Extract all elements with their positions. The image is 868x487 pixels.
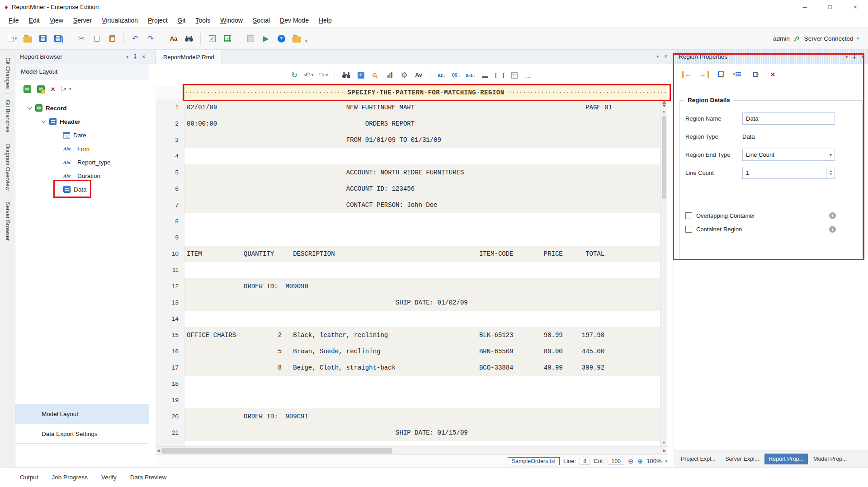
report-line[interactable]: 8 Beige, Cloth, straight-back BCO-33884 … [184,360,660,376]
region-name-input[interactable] [742,112,835,125]
menu-social[interactable]: Social [248,15,275,26]
tree-node-duration[interactable]: AbcDuration [15,169,149,183]
expander-icon[interactable] [42,119,46,123]
zoom-in-icon[interactable]: ⊕ [637,457,643,465]
undo-dropdown-icon[interactable]: ▾ [311,73,314,77]
brackets-button[interactable]: [ ] [494,69,505,81]
panel-menu-icon[interactable]: ▾ [126,55,128,59]
region-end-type-select[interactable]: Line Count ▾ [742,149,835,161]
deploy-button[interactable] [244,31,257,46]
open-button[interactable] [21,31,34,46]
find-button[interactable] [182,31,196,46]
report-line[interactable]: CONTACT PERSON: John Doe [184,197,660,213]
panel-close-icon[interactable]: × [142,54,145,60]
report-line[interactable] [184,311,660,327]
redo-button[interactable]: ↷ [144,31,157,46]
report-line[interactable]: 02/01/09 NEW FURTINURE MART PAGE 01 [184,99,660,116]
help-button[interactable]: ? [274,31,288,46]
paste-button[interactable] [105,31,119,46]
report-line[interactable]: ORDER ID: M09090 [184,278,660,295]
undo-button[interactable]: ↶ [128,31,142,46]
scroll-up-icon[interactable]: ▲ [662,108,666,115]
report-line[interactable]: ACCOUNT ID: 123456 [184,181,660,197]
overlapping-container-checkbox[interactable] [685,212,692,219]
maximize-button[interactable]: □ [817,0,843,14]
scroll-right-icon[interactable]: ▶ [663,448,666,454]
splitter-grip[interactable] [662,99,666,108]
menu-window[interactable]: Window [215,15,248,26]
redo-dropdown-icon[interactable]: ▾ [326,73,328,77]
doc-undo-button[interactable]: ↶▾ [303,69,315,81]
model-layout-button[interactable]: Model Layout [15,404,149,424]
expander-icon[interactable] [28,105,32,110]
report-line[interactable]: ITEM QUANTITY DESCRIPTION ITEM-CODE PRIC… [184,246,660,262]
panel-close-icon[interactable]: × [861,54,864,60]
side-tab-git-branches[interactable]: Git Branches [5,94,11,138]
menu-help[interactable]: Help [314,15,337,26]
dock-tab-report-prop[interactable]: Report Prop... [764,454,808,464]
whitespace-button[interactable] [479,69,491,81]
edit-table-button[interactable] [508,69,520,81]
bottom-tab-job-progress[interactable]: Job Progress [52,474,88,481]
dock-tab-model-prop[interactable]: Model Prop... [809,454,851,464]
chevron-down-icon[interactable]: ▾ [830,152,835,157]
manage-patterns-button[interactable]: + [355,69,367,81]
current-file-badge[interactable]: SampleOrders.txt [508,457,560,465]
zoom-out-icon[interactable]: ⊖ [628,457,634,465]
font-button[interactable]: Aa [167,31,180,46]
sort-mixed-button[interactable]: a-z↓ [465,69,476,81]
copy-button[interactable] [90,31,104,46]
toolbar-overflow-icon[interactable]: ▾ [305,39,307,43]
goto-container-button[interactable] [716,69,726,80]
next-region-button[interactable]: → [698,69,709,80]
project-folder-button[interactable] [290,31,303,46]
statistics-button[interactable] [384,69,396,81]
report-line[interactable] [184,262,660,278]
pattern-bar[interactable]: SPECIFY·THE·PATTERN·FOR·MATCHING·REGION [184,86,667,99]
side-tab-diagram-overview[interactable]: Diagram Overview [5,138,11,196]
menu-server[interactable]: Server [68,15,97,26]
report-line[interactable]: SHIP DATE: 01/02/09 [184,295,660,311]
auto-create-fields-button[interactable]: ⚙ [398,69,410,81]
report-line[interactable] [184,148,660,164]
tree-node-record[interactable]: Record [15,101,149,115]
tree-node-data[interactable]: Data [15,183,149,196]
report-line[interactable] [184,392,660,408]
dock-tab-project-expl[interactable]: Project Expl... [677,454,720,464]
menu-virtualization[interactable]: Virtualization [97,15,143,26]
pin-icon[interactable] [132,54,138,60]
cut-button[interactable]: ✂ [75,31,88,46]
bottom-tab-verify[interactable]: Verify [101,474,117,481]
document-close-icon[interactable]: × [664,53,667,60]
tree-node-header[interactable]: Header [15,115,149,128]
bottom-tab-output[interactable]: Output [20,474,38,481]
report-line[interactable] [184,229,660,246]
menu-edit[interactable]: Edit [24,15,45,26]
side-tab-git-changes[interactable]: Git Changes [5,52,11,94]
new-button[interactable]: ▾ [5,31,19,46]
vertical-scrollbar[interactable]: ▲ ▼ [660,99,667,446]
menu-project[interactable]: Project [143,15,173,26]
delete-region-button[interactable]: × [767,69,778,80]
export-button[interactable]: ↗ ▾ [61,86,71,92]
menu-git[interactable]: Git [173,15,191,26]
side-tab-server-browser[interactable]: Server Browser [5,196,11,246]
menu-view[interactable]: View [45,15,68,26]
previous-region-button[interactable]: ← [681,69,692,80]
report-line[interactable]: 00:00:00 ORDERS REPORT [184,116,660,132]
panel-menu-icon[interactable]: ▾ [845,55,848,59]
tree-node-date[interactable]: Date [15,128,149,142]
report-line[interactable]: SHIP DATE: 01/15/09 [184,425,660,441]
doc-redo-button[interactable]: ↷▾ [317,69,329,81]
document-tab[interactable]: ReportModel2.Rmd [156,50,222,64]
menu-dev-mode[interactable]: Dev Mode [275,15,314,26]
dock-tab-server-expl[interactable]: Server Expl... [721,454,763,464]
report-line[interactable] [184,213,660,229]
doc-find-button[interactable] [340,69,352,81]
horizontal-scrollbar[interactable]: ◀ ▶ [156,446,667,454]
export-model-button[interactable] [221,31,234,46]
menu-file[interactable]: File [4,15,24,26]
close-button[interactable]: × [843,0,868,14]
bottom-tab-data-preview[interactable]: Data Preview [130,474,166,481]
tree-node-report-type[interactable]: AbcReport_type [15,155,149,169]
